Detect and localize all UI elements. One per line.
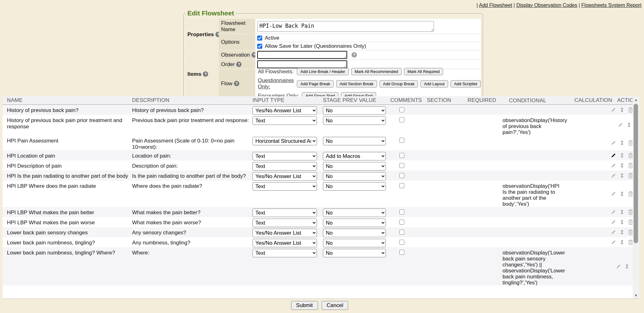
move-icon[interactable]: ↕ [619,107,625,113]
submit-button[interactable]: Submit [291,301,318,310]
edit-icon[interactable] [618,122,623,128]
comments-checkbox[interactable] [399,138,404,143]
flow-button[interactable]: Add Group Break [380,80,418,87]
move-icon[interactable]: ↕ [625,264,630,270]
stage-prev-value-select[interactable]: No [323,229,386,237]
input-type-select[interactable]: Yes/No Answer List [253,106,317,115]
move-icon[interactable]: ↕ [626,122,631,128]
move-icon[interactable]: ↕ [619,229,625,235]
delete-icon[interactable] [628,229,633,235]
delete-icon[interactable] [628,163,633,168]
delete-icon[interactable] [628,107,633,113]
edit-icon[interactable] [611,153,616,158]
vertical-scrollbar[interactable]: ▲ ▼ [633,96,639,299]
comments-checkbox[interactable] [399,220,404,225]
observation-input[interactable] [257,51,347,59]
input-type-select[interactable]: Text [253,219,317,227]
stage-prev-value-select[interactable]: No [323,182,386,191]
move-icon[interactable]: ↕ [619,163,625,169]
input-type-select[interactable]: Yes/No Answer List [253,229,317,237]
input-type-select[interactable]: Text [253,182,317,191]
move-icon[interactable]: ↕ [619,140,625,146]
move-icon[interactable]: ↕ [619,239,625,245]
input-type-select[interactable]: Text [253,209,317,217]
comments-checkbox[interactable] [399,163,404,168]
comments-checkbox[interactable] [399,183,404,188]
input-type-select[interactable]: Text [253,116,317,125]
input-type-select[interactable]: Text [253,162,317,170]
input-type-select[interactable]: Text [253,249,317,257]
edit-icon[interactable] [611,163,616,168]
comments-checkbox[interactable] [399,210,404,215]
comments-checkbox[interactable] [399,250,404,255]
stage-prev-value-select[interactable]: No [323,172,386,181]
delete-icon[interactable] [628,219,633,225]
order-input[interactable] [257,60,347,68]
edit-icon[interactable] [611,140,616,146]
flow-button[interactable]: Add Layout [420,80,448,87]
edit-icon[interactable] [616,264,621,269]
active-checkbox[interactable] [257,36,262,41]
column-header: NAME [3,97,132,103]
move-icon[interactable]: ↕ [619,153,625,159]
flow-button[interactable]: Add Scriptlet [451,80,481,87]
stage-prev-value-select[interactable]: No [323,162,386,170]
input-type-select[interactable]: Yes/No Answer List [253,172,317,181]
input-type-select[interactable]: Text [253,152,317,160]
flowsheet-name-input[interactable]: HPI-Low Back Pain [257,21,434,32]
comments-checkbox[interactable] [399,240,404,245]
delete-icon[interactable] [628,153,633,158]
edit-icon[interactable] [611,210,616,215]
edit-icon[interactable] [611,191,616,197]
stage-prev-value-select[interactable]: Add to Macros [323,152,386,160]
nav-link[interactable]: Flowsheets System Report [581,3,641,8]
nav-link[interactable]: Add Flowsheet [479,3,512,8]
comments-checkbox[interactable] [399,107,404,112]
edit-icon[interactable] [611,230,616,235]
items-help-icon[interactable]: ? [203,71,208,77]
move-icon[interactable]: ↕ [619,209,625,215]
move-icon[interactable]: ↕ [619,173,625,179]
comments-checkbox[interactable] [399,117,404,122]
item-calculation [564,160,610,170]
stage-prev-value-select[interactable]: No [323,239,386,247]
stage-prev-value-select[interactable]: No [323,137,386,145]
move-icon[interactable]: ↕ [619,191,625,197]
flow-button[interactable]: Add Section Break [336,80,377,87]
stage-prev-value-select[interactable]: No [323,209,386,217]
comments-checkbox[interactable] [399,173,404,178]
scroll-up-arrow[interactable]: ▲ [633,97,639,103]
stage-prev-value-select[interactable]: No [323,219,386,227]
delete-icon[interactable] [628,173,633,178]
input-type-select[interactable]: Horizontal Structured Ans [253,137,317,145]
edit-icon[interactable] [611,173,616,178]
flow-button[interactable]: Add Line Break / Header [297,68,348,75]
move-icon[interactable]: ↕ [619,219,625,225]
scroll-thumb[interactable] [634,104,638,243]
stage-prev-value-select[interactable]: No [323,249,386,257]
delete-icon[interactable] [628,140,633,146]
options-label: Options [219,34,255,50]
delete-icon[interactable] [628,191,633,197]
cancel-button[interactable]: Cancel [322,301,348,310]
flow-help-icon[interactable]: ? [234,81,239,86]
stage-prev-value-select[interactable]: No [323,106,386,115]
comments-checkbox[interactable] [399,153,404,158]
order-help-icon[interactable]: ? [236,62,242,67]
comments-checkbox[interactable] [399,230,404,235]
stage-prev-value-select[interactable]: No [323,116,386,125]
flow-button[interactable]: Mark All Recommended [351,68,402,75]
delete-icon[interactable] [628,209,633,215]
delete-icon[interactable] [628,239,633,245]
item-section [420,160,458,170]
nav-link[interactable]: Display Observation Codes [516,3,577,8]
edit-icon[interactable] [611,220,616,225]
input-type-select[interactable]: Yes/No Answer List [253,239,317,247]
edit-icon[interactable] [611,107,616,113]
edit-icon[interactable] [611,240,616,245]
scroll-down-arrow[interactable]: ▼ [633,293,639,298]
flow-button[interactable]: Mark All Required [404,68,443,75]
observation-field-help-icon[interactable]: ? [352,52,357,58]
save-for-later-checkbox[interactable] [257,44,262,49]
flow-button[interactable]: Add Page Break [297,80,334,87]
